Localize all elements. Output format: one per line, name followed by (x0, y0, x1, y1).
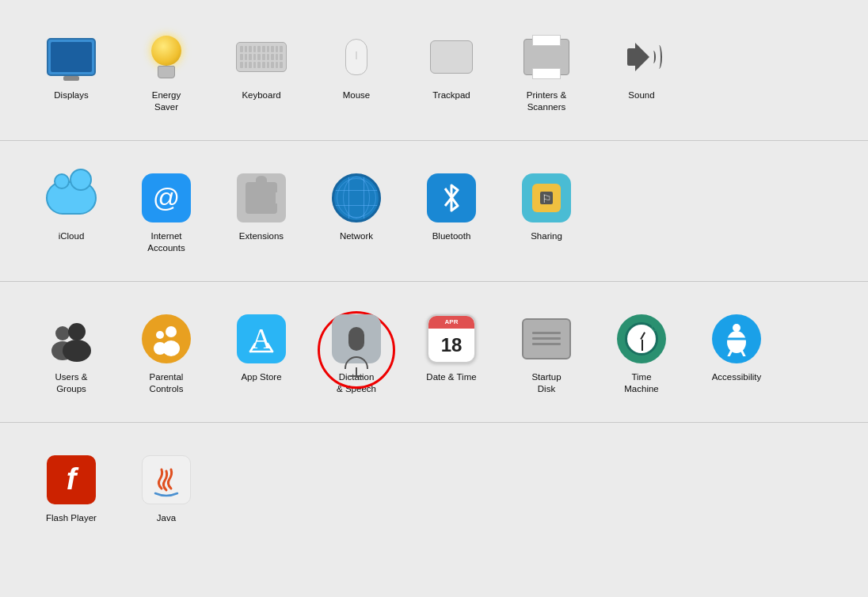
app-store-label: App Store (241, 371, 281, 383)
extensions-label: Extensions (239, 230, 284, 242)
internet-accounts-icon: @ (139, 171, 193, 225)
parental-controls-icon (139, 312, 193, 366)
energy-saver-icon (139, 30, 193, 84)
users-groups-label: Users &Groups (55, 371, 88, 395)
users-groups-icon (44, 312, 98, 366)
svg-line-18 (741, 350, 744, 356)
svg-point-14 (733, 324, 740, 332)
network-label: Network (340, 230, 373, 242)
svg-point-8 (156, 331, 164, 339)
extensions-icon (234, 171, 288, 225)
sharing-icon: ⚐ (520, 171, 573, 225)
item-mouse[interactable]: Mouse (309, 22, 404, 121)
item-bluetooth[interactable]: Bluetooth (404, 163, 499, 262)
item-network[interactable]: Network (309, 163, 404, 262)
printers-scanners-icon (520, 30, 573, 84)
date-time-icon: APR 18 (424, 312, 478, 366)
mouse-icon (329, 30, 383, 84)
item-accessibility[interactable]: Accessibility (689, 304, 784, 403)
icloud-label: iCloud (59, 230, 85, 242)
item-sharing[interactable]: ⚐ Sharing (499, 163, 594, 262)
item-users-groups[interactable]: Users &Groups (24, 304, 119, 403)
item-date-time[interactable]: APR 18 Date & Time (404, 304, 499, 403)
item-displays[interactable]: Displays (24, 22, 119, 121)
item-startup-disk[interactable]: StartupDisk (499, 304, 594, 403)
item-parental-controls[interactable]: ParentalControls (119, 304, 214, 403)
dictation-speech-icon (329, 312, 383, 366)
time-machine-icon: ↺ (615, 312, 668, 366)
section-system: Users &Groups ParentalControls (0, 282, 868, 423)
app-store-icon: A (234, 312, 288, 366)
sound-icon (615, 30, 668, 84)
calendar-day: 18 (441, 329, 463, 362)
accessibility-label: Accessibility (712, 371, 762, 383)
network-icon (329, 171, 383, 225)
svg-line-17 (729, 350, 732, 356)
bluetooth-label: Bluetooth (432, 230, 471, 242)
svg-text:⚐: ⚐ (542, 192, 552, 205)
item-app-store[interactable]: A App Store (214, 304, 309, 403)
item-sound[interactable]: Sound (594, 22, 689, 121)
trackpad-label: Trackpad (432, 89, 470, 101)
svg-point-6 (166, 326, 177, 337)
item-energy-saver[interactable]: EnergySaver (119, 22, 214, 121)
java-icon (139, 453, 193, 507)
mouse-label: Mouse (343, 89, 371, 101)
keyboard-icon (234, 30, 288, 84)
accessibility-icon (710, 312, 763, 366)
section-hardware: Displays EnergySaver (0, 0, 868, 141)
svg-point-4 (68, 323, 86, 340)
printers-scanners-label: Printers &Scanners (527, 89, 567, 113)
item-extensions[interactable]: Extensions (214, 163, 309, 262)
item-java[interactable]: Java (119, 445, 214, 532)
svg-text:A: A (251, 323, 272, 355)
item-dictation-speech[interactable]: Dictation& Speech (309, 304, 404, 403)
section-internet: iCloud @ InternetAccounts Extensions (0, 141, 868, 282)
trackpad-icon (424, 30, 478, 84)
internet-accounts-label: InternetAccounts (147, 230, 185, 254)
svg-point-9 (154, 342, 166, 355)
item-internet-accounts[interactable]: @ InternetAccounts (119, 163, 214, 262)
item-flash-player[interactable]: f Flash Player (24, 445, 119, 532)
startup-disk-label: StartupDisk (531, 371, 561, 395)
keyboard-label: Keyboard (242, 89, 280, 101)
parental-controls-label: ParentalControls (150, 371, 184, 395)
time-machine-label: TimeMachine (624, 371, 658, 395)
bluetooth-icon (424, 171, 478, 225)
sharing-label: Sharing (531, 230, 562, 242)
item-keyboard[interactable]: Keyboard (214, 22, 309, 121)
svg-point-2 (55, 326, 70, 340)
date-time-label: Date & Time (426, 371, 476, 383)
item-time-machine[interactable]: ↺ TimeMachine (594, 304, 689, 403)
displays-icon (44, 30, 98, 84)
svg-point-15 (727, 331, 746, 353)
energy-saver-label: EnergySaver (152, 89, 181, 113)
icloud-icon (44, 171, 98, 225)
item-icloud[interactable]: iCloud (24, 163, 119, 262)
svg-point-5 (63, 340, 91, 362)
sound-label: Sound (628, 89, 654, 101)
displays-label: Displays (54, 89, 88, 101)
item-trackpad[interactable]: Trackpad (404, 22, 499, 121)
flash-player-icon: f (44, 453, 98, 507)
startup-disk-icon (520, 312, 573, 366)
flash-player-label: Flash Player (46, 512, 97, 524)
system-preferences: Displays EnergySaver (0, 0, 868, 597)
item-printers-scanners[interactable]: Printers &Scanners (499, 22, 594, 121)
section-other: f Flash Player Java (0, 423, 868, 551)
java-label: Java (157, 512, 176, 524)
calendar-month: APR (428, 316, 474, 329)
